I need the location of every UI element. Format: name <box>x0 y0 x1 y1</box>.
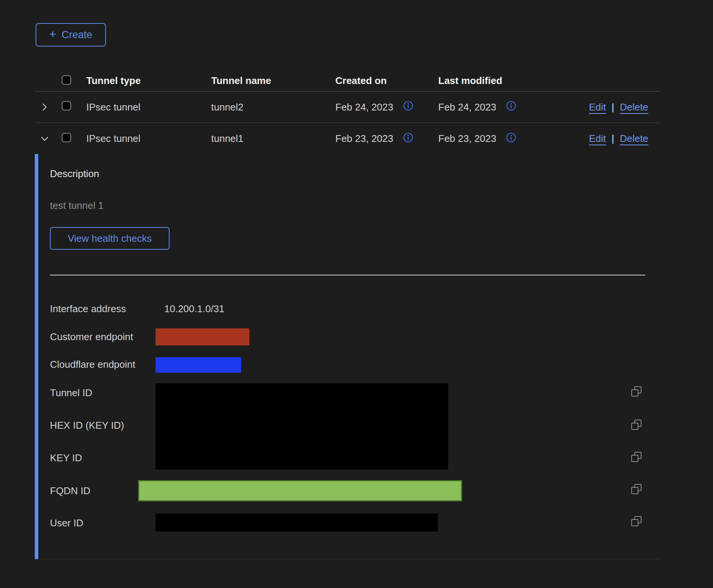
copy-key-id-icon[interactable] <box>630 451 643 464</box>
last-modified-cell: Feb 24, 2023 <box>438 101 496 113</box>
tunnel-detail-panel: Description test tunnel 1 View health ch… <box>35 154 660 559</box>
select-all-checkbox[interactable] <box>62 75 71 85</box>
edit-link[interactable]: Edit <box>589 101 606 113</box>
interface-address-value: 10.200.1.0/31 <box>164 303 224 314</box>
actions-separator: | <box>612 101 614 113</box>
description-value: test tunnel 1 <box>50 200 104 211</box>
expand-chevron-right-icon[interactable] <box>40 103 49 112</box>
fqdn-id-redacted-value <box>138 480 462 501</box>
ids-redacted-value <box>156 383 448 470</box>
cloudflare-endpoint-redacted-value <box>156 357 241 373</box>
tunnel-type-cell: IPsec tunnel <box>86 101 211 113</box>
table-row: IPsec tunnel tunnel1 Feb 23, 2023 Feb 23… <box>35 123 660 154</box>
tunnel-name-cell: tunnel2 <box>211 101 335 113</box>
tunnels-table: Tunnel type Tunnel name Created on Last … <box>35 70 660 154</box>
header-checkbox-cell <box>62 75 86 86</box>
tunnel-name-cell: tunnel1 <box>211 133 335 145</box>
plus-icon: + <box>49 28 56 40</box>
create-button-label: Create <box>62 29 92 41</box>
table-row: IPsec tunnel tunnel2 Feb 24, 2023 Feb 24… <box>35 92 660 123</box>
user-id-label: User ID <box>50 517 83 529</box>
created-on-cell: Feb 24, 2023 <box>335 101 393 113</box>
copy-user-id-icon[interactable] <box>630 515 643 529</box>
column-header-tunnel-type: Tunnel type <box>86 75 211 87</box>
column-header-last-modified: Last modified <box>438 75 550 87</box>
interface-address-label: Interface address <box>50 303 126 314</box>
view-health-checks-button[interactable]: View health checks <box>50 227 170 250</box>
create-button[interactable]: + Create <box>36 23 106 47</box>
description-label: Description <box>50 168 99 179</box>
section-divider <box>50 275 645 275</box>
edit-link[interactable]: Edit <box>589 133 606 145</box>
ipsec-tunnels-page: + Create Tunnel type Tunnel name Created… <box>0 0 713 588</box>
copy-tunnel-id-icon[interactable] <box>630 386 643 399</box>
collapse-chevron-down-icon[interactable] <box>40 134 49 143</box>
row-checkbox[interactable] <box>62 101 71 110</box>
fqdn-id-label: FQDN ID <box>50 485 90 496</box>
customer-endpoint-redacted-value <box>156 328 249 345</box>
table-header-row: Tunnel type Tunnel name Created on Last … <box>35 70 660 92</box>
info-icon[interactable] <box>403 101 413 114</box>
copy-fqdn-id-icon[interactable] <box>630 483 643 496</box>
hex-id-label: HEX ID (KEY ID) <box>50 420 124 431</box>
row-checkbox[interactable] <box>62 133 71 142</box>
cloudflare-endpoint-label: Cloudflare endpoint <box>50 359 135 370</box>
tunnel-id-label: Tunnel ID <box>50 387 92 398</box>
copy-hex-id-icon[interactable] <box>630 419 643 432</box>
info-icon[interactable] <box>403 132 413 145</box>
column-header-created-on: Created on <box>335 75 438 87</box>
key-id-label: KEY ID <box>50 452 82 464</box>
info-icon[interactable] <box>506 101 516 114</box>
user-id-redacted-value <box>156 513 438 532</box>
actions-separator: | <box>612 133 614 145</box>
delete-link[interactable]: Delete <box>620 133 648 145</box>
customer-endpoint-label: Customer endpoint <box>50 331 133 342</box>
column-header-tunnel-name: Tunnel name <box>211 75 335 87</box>
info-icon[interactable] <box>506 132 516 145</box>
delete-link[interactable]: Delete <box>620 101 648 113</box>
tunnel-type-cell: IPsec tunnel <box>86 133 211 145</box>
last-modified-cell: Feb 23, 2023 <box>438 133 496 145</box>
created-on-cell: Feb 23, 2023 <box>335 133 393 145</box>
